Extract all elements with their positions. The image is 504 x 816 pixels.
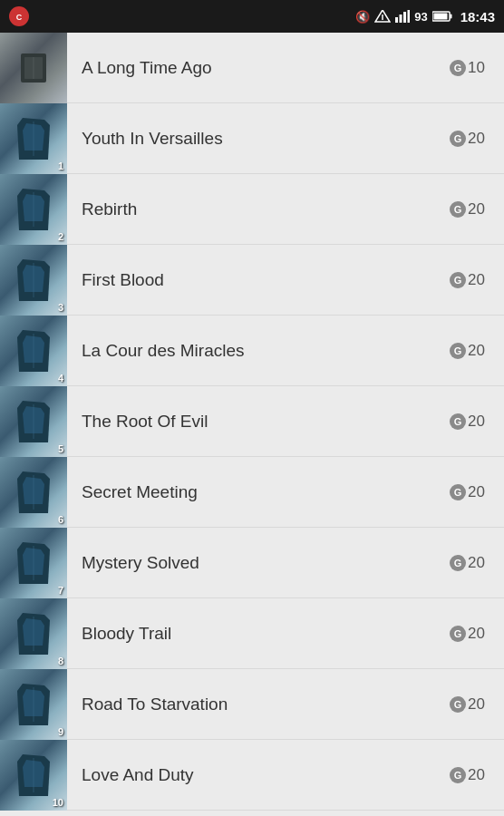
track-thumbnail: 7: [0, 528, 67, 598]
score-icon: G: [450, 131, 466, 147]
score-icon: G: [450, 201, 466, 218]
status-bar-left: C: [9, 6, 29, 26]
track-number: 6: [58, 514, 63, 525]
track-title: A Long Time Ago: [82, 58, 212, 77]
svg-rect-6: [403, 12, 406, 23]
track-score: G 20: [450, 695, 504, 714]
track-score: G 20: [450, 200, 504, 219]
track-number: 9: [58, 726, 63, 737]
score-value: 20: [468, 271, 489, 289]
score-icon: G: [450, 272, 466, 288]
svg-text:C: C: [16, 13, 23, 22]
track-content: Love And Duty: [67, 765, 450, 785]
track-score: G 20: [450, 625, 504, 643]
track-content: Rebirth: [67, 199, 450, 219]
track-title: Road To Starvation: [82, 695, 228, 714]
battery-percent: 93: [414, 10, 427, 24]
list-item[interactable]: 4 La Cour des Miracles G 20: [0, 316, 504, 386]
score-value: 20: [468, 554, 489, 572]
track-score: G 20: [450, 342, 504, 360]
svg-rect-10: [433, 14, 447, 20]
track-score: G 20: [450, 483, 504, 501]
score-icon: G: [450, 484, 466, 500]
score-icon: G: [450, 343, 466, 359]
score-icon: G: [450, 696, 466, 713]
track-score: G 20: [450, 271, 504, 289]
status-bar-right: 🔇 93 18:43: [355, 9, 495, 24]
score-value: 20: [468, 200, 489, 219]
track-thumbnail: 2: [0, 174, 67, 245]
track-content: Youth In Versailles: [67, 129, 450, 149]
list-item[interactable]: 8 Bloody Trail G 20: [0, 598, 504, 669]
score-icon: G: [450, 60, 466, 76]
time-display: 18:43: [460, 9, 495, 24]
score-value: 20: [468, 695, 489, 714]
track-title: Rebirth: [82, 199, 137, 219]
track-score: G 10: [450, 59, 504, 77]
list-item[interactable]: 7 Mystery Solved G 20: [0, 528, 504, 598]
track-title: Secret Meeting: [82, 482, 198, 501]
track-number: 3: [58, 302, 63, 313]
track-content: Road To Starvation: [67, 695, 450, 714]
track-content: First Blood: [67, 270, 450, 290]
track-title: First Blood: [82, 270, 164, 289]
track-thumbnail: 6: [0, 457, 67, 528]
score-value: 20: [468, 766, 489, 784]
track-thumbnail: 1: [0, 103, 67, 174]
app-icon: C: [9, 6, 29, 26]
svg-rect-4: [395, 17, 398, 23]
track-content: Secret Meeting: [67, 482, 450, 502]
score-icon: G: [450, 413, 466, 430]
track-title: La Cour des Miracles: [82, 341, 245, 360]
score-value: 10: [468, 59, 489, 77]
score-icon: G: [450, 626, 466, 642]
signal-icon: [374, 10, 391, 23]
track-number: 10: [53, 797, 63, 808]
score-value: 20: [468, 625, 489, 643]
track-thumbnail: 8: [0, 598, 67, 669]
list-item[interactable]: 1 Youth In Versailles G 20: [0, 103, 504, 174]
svg-rect-7: [408, 10, 411, 23]
track-score: G 20: [450, 554, 504, 572]
track-thumbnail: 10: [0, 740, 67, 811]
track-thumbnail: [0, 33, 67, 103]
track-score: G 20: [450, 766, 504, 784]
track-number: 4: [58, 373, 63, 384]
track-thumbnail: 5: [0, 386, 67, 457]
track-content: A Long Time Ago: [67, 58, 450, 78]
list-item[interactable]: 10 Love And Duty G 20: [0, 740, 504, 811]
score-icon: G: [450, 555, 466, 571]
list-item[interactable]: 2 Rebirth G 20: [0, 174, 504, 245]
score-icon: G: [450, 767, 466, 783]
svg-rect-5: [400, 15, 402, 23]
track-title: Mystery Solved: [82, 553, 199, 572]
list-item[interactable]: 9 Road To Starvation G 20: [0, 669, 504, 740]
track-thumbnail: 4: [0, 316, 67, 386]
track-title: Youth In Versailles: [82, 129, 223, 148]
score-value: 20: [468, 483, 489, 501]
score-value: 20: [468, 130, 489, 148]
list-item[interactable]: 3 First Blood G 20: [0, 245, 504, 316]
battery-icon: [432, 11, 452, 22]
track-list: A Long Time Ago G 10 1 Youth In Versaill…: [0, 33, 504, 816]
list-item[interactable]: 5 The Root Of Evil G 20: [0, 386, 504, 457]
track-title: Love And Duty: [82, 765, 194, 784]
track-number: 8: [58, 656, 63, 666]
track-content: Mystery Solved: [67, 553, 450, 573]
track-number: 2: [58, 231, 63, 242]
track-title: The Root Of Evil: [82, 412, 208, 431]
status-bar: C 🔇 93 18:43: [0, 0, 504, 33]
mute-icon: 🔇: [355, 10, 370, 24]
track-content: Bloody Trail: [67, 624, 450, 644]
network-icon: [395, 10, 410, 23]
list-item[interactable]: A Long Time Ago G 10: [0, 33, 504, 103]
track-number: 1: [58, 160, 63, 171]
track-content: The Root Of Evil: [67, 412, 450, 432]
track-title: Bloody Trail: [82, 624, 171, 643]
list-item[interactable]: 6 Secret Meeting G 20: [0, 457, 504, 528]
track-thumbnail: 3: [0, 245, 67, 316]
track-thumbnail: 9: [0, 669, 67, 740]
score-value: 20: [468, 342, 489, 360]
track-score: G 20: [450, 413, 504, 431]
track-number: 5: [58, 443, 63, 454]
